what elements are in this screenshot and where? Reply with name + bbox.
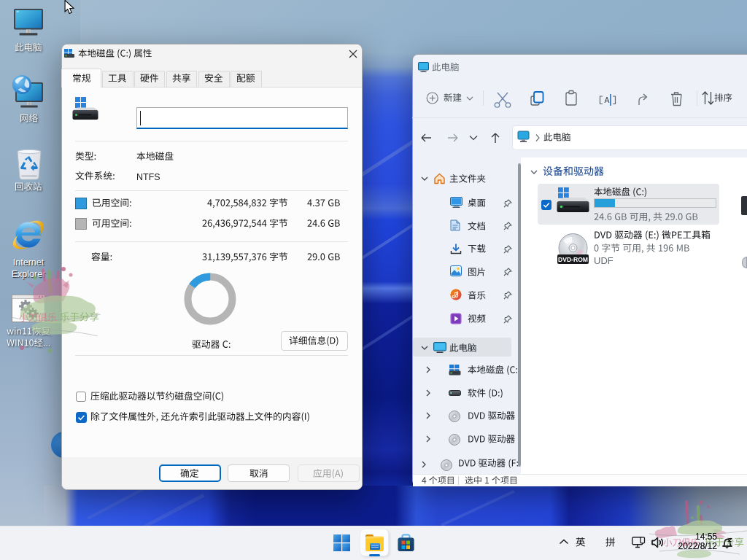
svg-text:DVD-ROM: DVD-ROM bbox=[558, 256, 588, 263]
svg-text:A: A bbox=[605, 96, 610, 104]
